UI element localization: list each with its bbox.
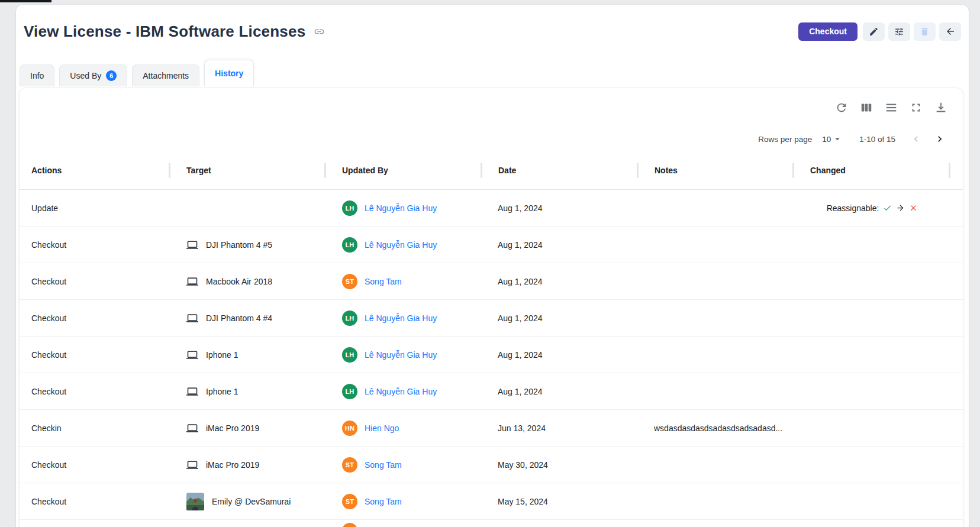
laptop-icon <box>186 239 198 251</box>
rows-per-page-label: Rows per page <box>758 135 812 144</box>
action-label: Checkin <box>31 423 62 433</box>
laptop-icon <box>186 459 198 471</box>
trash-icon <box>920 27 930 37</box>
columns-button[interactable] <box>859 100 874 115</box>
date-label: Aug 1, 2024 <box>498 313 543 323</box>
pagination-bar: Rows per page 10 1-10 of 15 <box>20 127 963 151</box>
target-label: Iphone 1 <box>206 387 238 396</box>
date-label: Aug 1, 2024 <box>498 277 543 286</box>
page-header: View License - IBM Software Licenses Che… <box>24 21 961 41</box>
density-icon <box>885 101 898 114</box>
link-icon[interactable] <box>314 26 325 37</box>
tab-attachments-label: Attachments <box>143 71 189 80</box>
used-by-count-badge: 6 <box>106 70 117 81</box>
user-link[interactable]: Song Tam <box>365 277 402 286</box>
action-label: Checkout <box>31 240 66 250</box>
column-header-actions: Actions <box>20 166 170 175</box>
avatar: HN <box>342 421 357 436</box>
arrow-left-icon <box>945 26 956 37</box>
action-label: Checkout <box>31 460 66 470</box>
caret-down-icon <box>832 134 843 144</box>
fullscreen-icon <box>910 101 923 114</box>
target-label: Emily @ DevSamurai <box>212 497 291 506</box>
download-button[interactable] <box>933 100 949 115</box>
edit-button[interactable] <box>863 22 885 41</box>
tab-history-label: History <box>215 69 243 78</box>
changed-content: Reassignable: <box>827 203 918 213</box>
user-link[interactable]: Lê Nguyễn Gia Huy <box>365 313 437 323</box>
tab-bar: Info Used By 6 Attachments History <box>20 60 254 86</box>
header-actions: Checkout <box>798 22 961 41</box>
user-link[interactable]: Lê Nguyễn Gia Huy <box>365 203 437 213</box>
next-page-button[interactable] <box>932 131 947 147</box>
date-label: Aug 1, 2024 <box>498 203 543 213</box>
user-link[interactable]: Song Tam <box>365 460 402 470</box>
laptop-icon <box>186 312 198 324</box>
fullscreen-button[interactable] <box>908 100 924 115</box>
density-button[interactable] <box>884 100 899 115</box>
target-label: Iphone 1 <box>206 350 238 360</box>
chevron-right-icon <box>934 133 946 145</box>
user-link[interactable]: Hien Ngo <box>365 423 399 433</box>
pagination-range: 1-10 of 15 <box>859 135 895 144</box>
avatar: LH <box>342 237 357 253</box>
table-row: Checkout Macbook Air 2018 ST Song Tam Au… <box>20 263 963 300</box>
user-link[interactable]: Lê Nguyễn Gia Huy <box>365 387 437 396</box>
refresh-button[interactable] <box>834 100 849 115</box>
laptop-icon <box>186 422 198 434</box>
target-label: iMac Pro 2019 <box>206 423 259 433</box>
action-label: Checkout <box>31 277 66 286</box>
table-row: Checkout Iphone 1 LH Lê Nguyễn Gia Huy A… <box>20 337 963 373</box>
table-row: Checkout DJI Phantom 4 #4 LH Lê Nguyễn G… <box>20 300 963 337</box>
table-row: Checkout Emily @ DevSamurai ST Song Tam … <box>20 483 963 520</box>
arrow-right-icon <box>896 203 905 212</box>
user-link[interactable]: Song Tam <box>365 497 402 506</box>
tab-used-by[interactable]: Used By 6 <box>59 64 127 86</box>
refresh-icon <box>835 101 848 114</box>
table-row: ST <box>20 520 963 527</box>
avatar: LH <box>342 311 357 326</box>
avatar: ST <box>342 523 357 527</box>
table-row: Checkin iMac Pro 2019 HN Hien Ngo Jun 13… <box>20 410 963 447</box>
date-label: May 30, 2024 <box>498 460 548 470</box>
table-row: Checkout Iphone 1 LH Lê Nguyễn Gia Huy A… <box>20 373 963 410</box>
page-title: View License - IBM Software Licenses <box>24 22 305 41</box>
history-table-card: Rows per page 10 1-10 of 15 Actions Targ… <box>19 88 963 527</box>
laptop-icon <box>186 386 198 397</box>
laptop-icon <box>186 276 198 287</box>
table-row: Checkout iMac Pro 2019 ST Song Tam May 3… <box>20 447 963 483</box>
delete-button[interactable] <box>914 22 936 41</box>
user-link[interactable]: Lê Nguyễn Gia Huy <box>365 350 437 360</box>
action-label: Checkout <box>31 313 66 323</box>
table-row: Update LH Lê Nguyễn Gia Huy Aug 1, 2024 … <box>20 190 963 227</box>
previous-page-button[interactable] <box>908 131 924 147</box>
cross-icon <box>909 203 918 212</box>
pencil-icon <box>869 27 879 37</box>
settings-button[interactable] <box>888 22 910 41</box>
laptop-icon <box>186 349 198 361</box>
columns-icon <box>860 101 873 114</box>
tab-info-label: Info <box>30 71 44 80</box>
table-toolbar <box>20 88 963 127</box>
tab-attachments[interactable]: Attachments <box>132 64 199 86</box>
tab-history[interactable]: History <box>204 60 254 86</box>
target-label: Macbook Air 2018 <box>206 277 272 286</box>
column-header-changed: Changed <box>794 166 950 175</box>
main-panel: View License - IBM Software Licenses Che… <box>16 5 969 527</box>
tune-sliders-icon <box>894 27 904 37</box>
date-label: Aug 1, 2024 <box>498 387 543 396</box>
action-label: Checkout <box>31 350 66 360</box>
avatar: LH <box>342 201 357 216</box>
avatar: ST <box>342 457 357 473</box>
date-label: Aug 1, 2024 <box>498 350 543 360</box>
changed-label: Reassignable: <box>827 203 879 213</box>
rows-per-page-select[interactable]: 10 <box>822 134 843 144</box>
checkout-button[interactable]: Checkout <box>798 22 858 41</box>
back-button[interactable] <box>939 22 961 41</box>
column-header-date: Date <box>482 166 639 175</box>
tab-info[interactable]: Info <box>20 64 54 86</box>
target-label: DJI Phantom 4 #4 <box>206 313 272 323</box>
user-link[interactable]: Lê Nguyễn Gia Huy <box>365 240 437 250</box>
download-icon <box>934 101 947 114</box>
target-photo <box>186 493 204 510</box>
